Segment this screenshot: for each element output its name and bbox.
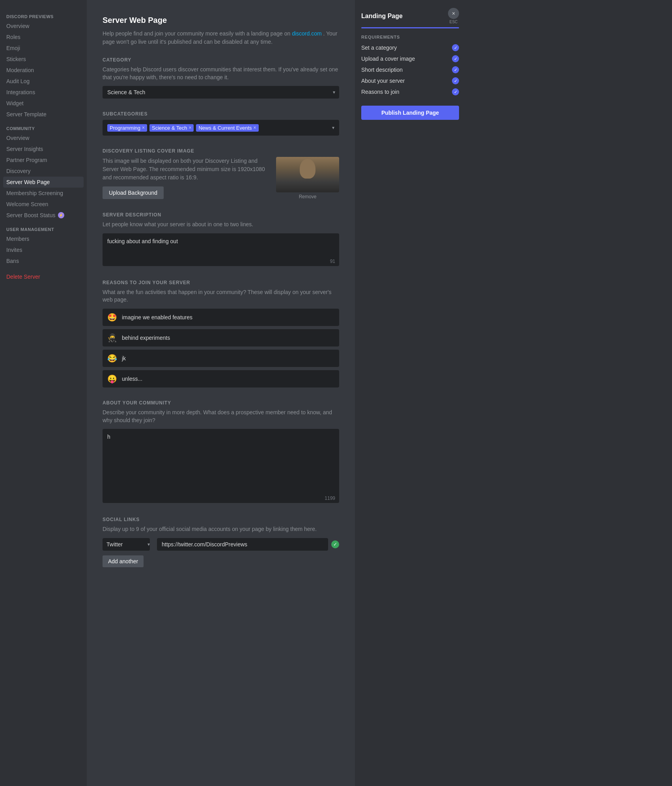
social-url-valid-icon: ✓ (331, 540, 339, 548)
about-title: ABOUT YOUR COMMUNITY (103, 400, 339, 406)
requirement-reasons-to-join-check-icon: ✓ (452, 88, 459, 95)
sidebar-item-audit-log[interactable]: Audit Log (3, 76, 84, 87)
subcategories-dropdown-icon: ▾ (332, 125, 334, 130)
sidebar-item-moderation[interactable]: Moderation (3, 65, 84, 76)
requirement-reasons-to-join: Reasons to join ✓ (361, 88, 459, 95)
landing-page-title: Landing Page (361, 13, 403, 20)
category-select[interactable]: Science & Tech (103, 86, 339, 99)
sidebar-item-server-web-page[interactable]: Server Web Page (3, 177, 84, 188)
publish-landing-page-button[interactable]: Publish Landing Page (361, 106, 459, 120)
requirement-about-server-text: About your server (361, 78, 405, 84)
sidebar-item-discovery[interactable]: Discovery (3, 166, 84, 177)
tag-remove-news[interactable]: × (254, 125, 256, 130)
reason-text-1: behind experiments (122, 335, 170, 341)
sidebar-item-delete-server[interactable]: Delete Server (3, 271, 84, 282)
sidebar-item-widget[interactable]: Widget (3, 98, 84, 109)
tag-remove-programming[interactable]: × (142, 125, 145, 130)
sidebar-section-user-management: USER MANAGEMENT (3, 221, 84, 233)
sidebar-item-server-boost-status[interactable]: Server Boost Status ⚡ (3, 210, 84, 221)
close-button[interactable]: × (448, 8, 459, 19)
social-links-description: Display up to 9 of your official social … (103, 525, 339, 533)
boost-badge-icon: ⚡ (58, 212, 64, 218)
reason-item-0: 🤩 imagine we enabled features (103, 309, 339, 326)
tag-news-current-events: News & Current Events × (196, 124, 258, 132)
server-description-title: SERVER DESCRIPTION (103, 212, 339, 218)
social-links-section: SOCIAL LINKS Display up to 9 of your off… (103, 517, 339, 567)
about-input[interactable]: h (103, 429, 339, 503)
social-platform-select[interactable]: Twitter YouTube Twitch Instagram Faceboo… (103, 538, 150, 551)
category-title: CATEGORY (103, 57, 339, 63)
subcategories-section: SUBCATEGORIES Programming × Science & Te… (103, 111, 339, 136)
sidebar-item-invites[interactable]: Invites (3, 244, 84, 255)
progress-bar (361, 27, 459, 28)
requirement-reasons-to-join-text: Reasons to join (361, 89, 399, 95)
requirement-set-category-check-icon: ✓ (452, 44, 459, 51)
cover-image-description: This image will be displayed on both you… (103, 157, 270, 182)
sidebar-item-stickers[interactable]: Stickers (3, 54, 84, 65)
sidebar-item-roles[interactable]: Roles (3, 32, 84, 43)
server-description-wrapper: fucking about and finding out 91 (103, 233, 339, 267)
sidebar-section-discord-previews: DISCORD PREVIEWS (3, 8, 84, 20)
social-platform-wrapper: Twitter YouTube Twitch Instagram Faceboo… (103, 538, 154, 551)
server-description-char-count: 91 (330, 259, 335, 264)
reason-text-3: unless... (122, 376, 142, 382)
sidebar-item-partner-program[interactable]: Partner Program (3, 155, 84, 166)
sidebar-item-members[interactable]: Members (3, 233, 84, 244)
about-section: ABOUT YOUR COMMUNITY Describe your commu… (103, 400, 339, 504)
social-link-row-0: Twitter YouTube Twitch Instagram Faceboo… (103, 538, 339, 551)
landing-page-header: Landing Page × ESC (361, 8, 459, 24)
discord-link[interactable]: discord.com (292, 30, 321, 37)
tag-science-tech: Science & Tech × (149, 124, 194, 132)
reason-item-3: 😛 unless... (103, 370, 339, 387)
cover-image-description-area: This image will be displayed on both you… (103, 157, 270, 199)
sidebar-item-server-insights[interactable]: Server Insights (3, 143, 84, 155)
main-content: Server Web Page Help people find and joi… (87, 0, 355, 786)
requirement-upload-cover-check-icon: ✓ (452, 55, 459, 62)
server-description-input[interactable]: fucking about and finding out (103, 233, 339, 266)
requirement-short-description: Short description ✓ (361, 66, 459, 73)
server-description-section: SERVER DESCRIPTION Let people know what … (103, 212, 339, 267)
remove-cover-image-link[interactable]: Remove (299, 194, 317, 199)
category-select-wrapper: Science & Tech ▾ (103, 86, 339, 99)
requirement-upload-cover-text: Upload a cover image (361, 56, 415, 62)
sidebar: DISCORD PREVIEWS Overview Roles Emoji St… (0, 0, 87, 786)
sidebar-item-overview-discord[interactable]: Overview (3, 20, 84, 32)
about-description: Describe your community in more depth. W… (103, 409, 339, 424)
about-char-count: 1199 (325, 495, 335, 501)
requirement-set-category-text: Set a category (361, 45, 397, 51)
sidebar-item-server-template[interactable]: Server Template (3, 109, 84, 120)
sidebar-item-welcome-screen[interactable]: Welcome Screen (3, 199, 84, 210)
tag-remove-science-tech[interactable]: × (189, 125, 191, 130)
requirement-set-category: Set a category ✓ (361, 44, 459, 51)
right-panel: Landing Page × ESC REQUIREMENTS Set a ca… (355, 0, 465, 786)
subcategories-title: SUBCATEGORIES (103, 111, 339, 117)
social-url-input[interactable] (157, 538, 328, 551)
page-description: Help people find and join your community… (103, 30, 339, 46)
sidebar-item-membership-screening[interactable]: Membership Screening (3, 188, 84, 199)
reason-emoji-0: 🤩 (107, 313, 117, 322)
progress-fill (361, 27, 459, 28)
category-description: Categories help Discord users discover c… (103, 66, 339, 81)
requirement-short-description-text: Short description (361, 67, 403, 73)
cover-image-section: DISCOVERY LISTING COVER IMAGE This image… (103, 148, 339, 199)
social-links-title: SOCIAL LINKS (103, 517, 339, 522)
upload-background-button[interactable]: Upload Background (103, 186, 164, 199)
subcategories-tags-wrapper[interactable]: Programming × Science & Tech × News & Cu… (103, 120, 339, 136)
reason-emoji-2: 😂 (107, 354, 117, 363)
sidebar-item-bans[interactable]: Bans (3, 255, 84, 266)
reason-text-2: jk (122, 355, 126, 361)
reason-item-1: 🥷 behind experiments (103, 329, 339, 346)
tag-programming: Programming × (107, 124, 147, 132)
add-another-button[interactable]: Add another (103, 555, 144, 567)
sidebar-item-community-overview[interactable]: Overview (3, 132, 84, 143)
close-button-group: × ESC (448, 8, 459, 24)
requirement-upload-cover: Upload a cover image ✓ (361, 55, 459, 62)
sidebar-item-emoji[interactable]: Emoji (3, 43, 84, 54)
requirement-about-server-check-icon: ✓ (452, 77, 459, 84)
reason-emoji-1: 🥷 (107, 333, 117, 343)
requirements-label: REQUIREMENTS (361, 35, 459, 39)
requirement-short-description-check-icon: ✓ (452, 66, 459, 73)
cover-image-title: DISCOVERY LISTING COVER IMAGE (103, 148, 339, 154)
sidebar-item-integrations[interactable]: Integrations (3, 87, 84, 98)
cover-image-preview (276, 157, 339, 192)
